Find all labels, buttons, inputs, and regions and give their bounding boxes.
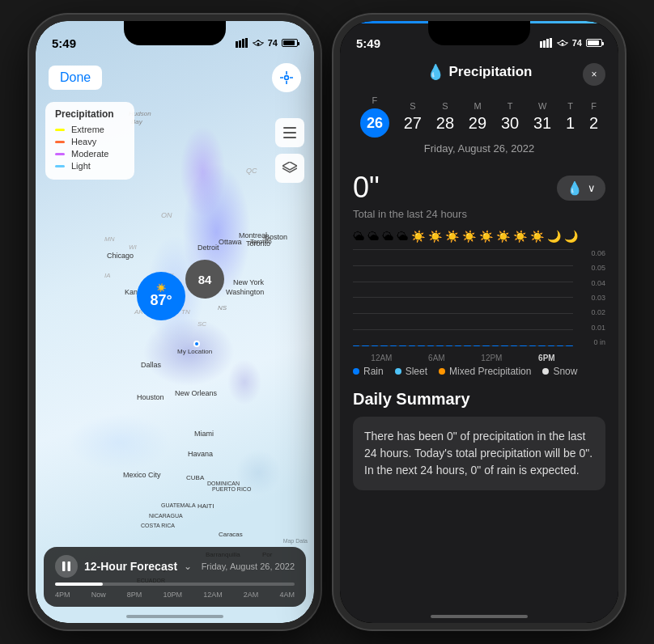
location-button[interactable] <box>272 63 301 92</box>
region-myloc: My Location <box>177 348 212 355</box>
hour-icon-8: ☀️ <box>462 230 476 243</box>
map-top-bar: Done <box>36 57 314 99</box>
bubble-87-icon: ☀️ <box>156 283 166 292</box>
legend-snow: Snow <box>542 366 577 377</box>
status-time-2: 5:49 <box>356 36 380 50</box>
done-button[interactable]: Done <box>49 66 102 90</box>
y-label-005: 0.05 <box>591 264 605 272</box>
day-item-31[interactable]: W 31 <box>533 101 551 133</box>
svg-rect-14 <box>68 561 71 571</box>
hour-icon-1: 🌥 <box>353 230 364 243</box>
hour-icon-12: ☀️ <box>530 230 544 243</box>
bar-10 <box>436 345 443 346</box>
bar-21 <box>538 345 545 346</box>
svg-rect-11 <box>283 132 296 133</box>
legend-item-moderate: Moderate <box>55 149 125 159</box>
svg-rect-10 <box>283 127 296 129</box>
daily-summary-title: Daily Summary <box>353 390 605 409</box>
city-houston: Houston <box>137 393 164 401</box>
svg-point-19 <box>561 43 563 45</box>
map-right-controls <box>275 118 304 183</box>
phone-1: Hudson Bay QC ON MN WI IA IL MO AR TN SC… <box>29 15 321 629</box>
bar-17 <box>501 345 507 346</box>
bar-9 <box>427 345 434 346</box>
bar-6 <box>399 345 406 346</box>
layers-button[interactable] <box>275 154 304 183</box>
svg-rect-3 <box>245 38 248 48</box>
city-newyork: New York <box>233 278 264 286</box>
city-cuba: CUBA <box>186 474 204 481</box>
region-haiti: HAITI <box>197 502 214 510</box>
x-label-12am: 12AM <box>371 354 392 362</box>
svg-rect-2 <box>242 39 244 48</box>
city-boston: Boston <box>265 233 287 241</box>
phone-2: 5:49 74 <box>333 15 625 629</box>
city-ottawa: Ottawa <box>219 238 242 246</box>
daily-summary-box: There has been 0" of precipitation in th… <box>353 417 605 490</box>
forecast-title: 12-Hour Forecast <box>84 560 177 573</box>
day-item-28[interactable]: S 28 <box>436 101 454 133</box>
rain-toggle[interactable]: 💧 ∨ <box>557 176 605 201</box>
bar-2 <box>362 345 368 346</box>
pause-button[interactable] <box>55 555 78 578</box>
y-label-004: 0.04 <box>591 279 605 287</box>
sleet-color <box>395 368 401 375</box>
city-chicago: Chicago <box>107 252 134 260</box>
rain-label: Rain <box>363 366 384 377</box>
svg-rect-18 <box>550 38 552 48</box>
bar-15 <box>482 345 489 346</box>
bar-24 <box>566 345 572 346</box>
legend-item-extreme: Extreme <box>55 125 125 134</box>
forecast-date: Friday, August 26, 2022 <box>202 561 295 571</box>
forecast-chevron: ⌄ <box>184 561 192 572</box>
status-icons-2: 74 <box>540 38 602 48</box>
mixed-color <box>439 368 445 375</box>
day-item-26[interactable]: F 26 <box>360 95 389 138</box>
mixed-label: Mixed Precipitation <box>449 366 531 377</box>
region-nicaragua: NICARAGUA <box>149 513 183 519</box>
precip-title-area: 💧 Precipitation <box>427 63 533 81</box>
svg-rect-1 <box>239 40 241 48</box>
home-indicator-2 <box>431 615 528 618</box>
precip-title: Precipitation <box>449 64 533 80</box>
legend-box: Precipitation Extreme Heavy Moderate Lig… <box>45 102 134 180</box>
day-item-29[interactable]: M 29 <box>469 101 486 133</box>
day-item-1[interactable]: T 1 <box>566 101 575 133</box>
legend-label-moderate: Moderate <box>71 149 108 159</box>
svg-rect-16 <box>543 40 546 48</box>
snow-color <box>542 368 549 375</box>
precip-content: 0" 💧 ∨ Total in the last 24 hours 🌥 🌥 🌥 … <box>340 171 618 623</box>
hour-icon-4: 🌥 <box>397 230 408 243</box>
hour-icon-6: ☀️ <box>428 230 442 243</box>
precip-amount: 0" <box>353 171 380 205</box>
chart-bars <box>353 249 573 346</box>
chart-legend: Rain Sleet Mixed Precipitation Snow <box>353 366 605 377</box>
legend-label-heavy: Heavy <box>71 137 96 146</box>
timeline-labels: 4PMNow8PM10PM12AM2AM4AM <box>55 591 295 599</box>
day-item-27[interactable]: S 27 <box>404 101 422 133</box>
hour-icon-3: 🌥 <box>382 230 393 243</box>
bar-11 <box>446 345 452 346</box>
list-button[interactable] <box>275 118 304 147</box>
close-button[interactable]: × <box>583 63 605 86</box>
legend-label-light: Light <box>71 161 91 171</box>
hour-icon-2: 🌥 <box>367 230 379 243</box>
bubble-84-temp: 84 <box>198 273 212 286</box>
bar-22 <box>548 345 554 346</box>
weather-bubble-84[interactable]: 84 <box>185 260 224 299</box>
legend-rain: Rain <box>353 366 384 377</box>
weather-bubble-87[interactable]: ☀️ 87° <box>137 272 185 320</box>
day-item-2[interactable]: F 2 <box>589 101 598 133</box>
legend-color-moderate <box>55 153 65 155</box>
precip-amount-row: 0" 💧 ∨ <box>353 171 605 205</box>
day-item-30[interactable]: T 30 <box>501 101 519 133</box>
bar-5 <box>390 345 397 346</box>
y-label-003: 0.03 <box>591 294 605 302</box>
hour-icon-11: ☀️ <box>513 230 527 243</box>
city-mexicocity: Mexico City <box>123 471 161 479</box>
bar-4 <box>380 345 387 346</box>
rain-drop-icon: 💧 <box>567 180 583 196</box>
legend-color-heavy <box>55 141 65 143</box>
snow-label: Snow <box>553 366 577 377</box>
bar-19 <box>520 345 526 346</box>
